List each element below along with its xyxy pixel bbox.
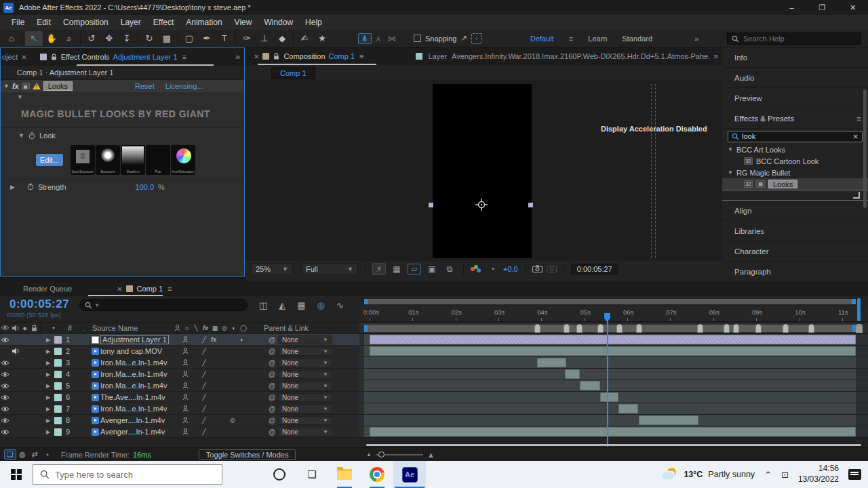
look-thumb-spot-exposure[interactable]: Spot Exposure: [71, 145, 95, 175]
comp-marker-bin-icon[interactable]: [856, 324, 863, 333]
zoom-tool[interactable]: ⌕: [60, 31, 78, 46]
label-color[interactable]: [54, 417, 62, 424]
label-color[interactable]: [54, 428, 62, 436]
draft-3d-icon[interactable]: ◭: [279, 300, 285, 310]
reset-link[interactable]: Reset: [135, 82, 155, 90]
quality-icon[interactable]: ╱: [199, 380, 209, 391]
expand-arrow-icon[interactable]: ▶: [44, 415, 52, 426]
comp-marker[interactable]: [808, 324, 814, 333]
quality-icon[interactable]: ╱: [199, 334, 209, 345]
notification-center-icon[interactable]: [848, 469, 861, 480]
snap-features-icon[interactable]: ⁘: [471, 33, 482, 44]
layer-bar[interactable]: [565, 369, 580, 379]
breadcrumb-comp[interactable]: Comp 1: [271, 67, 315, 79]
parent-pickwhip-icon[interactable]: @: [266, 392, 278, 403]
quality-icon[interactable]: ╱: [199, 369, 209, 380]
menu-file[interactable]: File: [5, 18, 31, 27]
comp-marker[interactable]: [564, 324, 570, 333]
minimize-button[interactable]: –: [776, 0, 807, 15]
comp-marker[interactable]: [697, 324, 703, 333]
close-tab-icon[interactable]: ✕: [254, 53, 259, 60]
layer-bar[interactable]: [370, 335, 856, 344]
workspace-standard[interactable]: Standard: [622, 35, 652, 43]
parent-pickwhip-icon[interactable]: @: [266, 369, 278, 380]
region-of-interest-icon[interactable]: ▱: [408, 264, 421, 274]
tab-timeline-comp[interactable]: Comp 1: [137, 285, 163, 293]
layer-handle-left[interactable]: [429, 203, 433, 207]
layer-name[interactable]: Iron.Ma...e.In-1.m4v: [100, 357, 180, 368]
parent-pickwhip-icon[interactable]: @: [266, 357, 278, 368]
puppet-pin-tool[interactable]: ★: [313, 31, 331, 46]
parent-dropdown[interactable]: None▼: [278, 393, 332, 402]
expand-arrow-icon[interactable]: ▶: [44, 403, 52, 414]
task-view-button[interactable]: ❏: [296, 461, 328, 488]
eye-icon[interactable]: [1, 360, 9, 366]
label-color[interactable]: [54, 348, 62, 355]
expand-arrow-icon[interactable]: ▶: [44, 334, 52, 345]
start-button[interactable]: [0, 469, 33, 480]
shy-icon[interactable]: [182, 417, 189, 424]
menu-effect[interactable]: Effect: [147, 18, 180, 27]
rotation-tool[interactable]: ↻: [140, 31, 158, 46]
parent-dropdown[interactable]: None▼: [278, 347, 332, 356]
layer-bar[interactable]: [600, 392, 619, 402]
eye-icon[interactable]: [1, 406, 9, 412]
label-color[interactable]: [54, 336, 62, 344]
eye-icon[interactable]: [1, 418, 9, 424]
panel-preview[interactable]: Preview: [722, 88, 868, 108]
menu-animation[interactable]: Animation: [180, 18, 228, 27]
motion-blur-toggle-icon[interactable]: ◎: [228, 415, 237, 426]
chrome-button[interactable]: [361, 461, 393, 488]
tree-group-bcc-art-looks[interactable]: ▼BCC Art Looks: [722, 144, 868, 155]
resolution-dropdown[interactable]: Full▼: [301, 263, 358, 275]
tray-expand-icon[interactable]: ⌃: [764, 470, 772, 480]
expand-arrow-icon[interactable]: ▶: [44, 346, 52, 357]
parent-dropdown[interactable]: None▼: [278, 416, 332, 425]
fx-toggle-icon[interactable]: fx: [209, 334, 218, 345]
label-color[interactable]: [54, 405, 62, 413]
look-thumb-pop[interactable]: Pop: [146, 145, 170, 175]
composition-flowchart-icon[interactable]: ◫: [259, 300, 267, 310]
selection-tool[interactable]: ↖: [25, 31, 43, 46]
parent-pickwhip-icon[interactable]: @: [266, 334, 278, 345]
brush-tool[interactable]: ✑: [238, 31, 256, 46]
magnification-dropdown[interactable]: 25%▼: [251, 263, 293, 275]
mask-visibility-icon[interactable]: ▣: [425, 264, 439, 274]
timeline-navigator[interactable]: [364, 299, 856, 304]
comp-marker[interactable]: [576, 324, 583, 333]
clear-search-icon[interactable]: ✕: [853, 133, 859, 140]
collapse-look-icon[interactable]: ▼: [18, 132, 24, 139]
table-row[interactable]: ▶ 1 Adjustment Layer 1 ╱ fx ◐ @ None▼: [0, 334, 868, 346]
zoom-slider-knob[interactable]: [378, 451, 384, 458]
timeline-search-input[interactable]: [102, 300, 242, 310]
panel-resize-grip[interactable]: [722, 190, 868, 201]
tab-composition[interactable]: Composition: [283, 52, 325, 60]
sidebar-scrollbar[interactable]: [863, 89, 867, 208]
tree-group-rg-magic-bullet[interactable]: ▼RG Magic Bullet: [722, 167, 868, 178]
collapse-group-icon[interactable]: ▼: [17, 94, 23, 100]
lock-icon[interactable]: [273, 53, 279, 60]
panel-paragraph[interactable]: Paragraph: [722, 262, 868, 281]
composition-frame[interactable]: [433, 84, 532, 258]
type-tool[interactable]: T: [216, 31, 233, 46]
close-tab-icon[interactable]: ✕: [21, 54, 26, 61]
layer-name[interactable]: tony and cap.MOV: [100, 346, 180, 357]
motion-blur-icon[interactable]: ◎: [317, 300, 325, 310]
table-row[interactable]: ▶ 3 Iron.Ma...e.In-1.m4v ╱ @ None▼: [0, 357, 868, 369]
view-axis-mode-button[interactable]: ⋈: [385, 34, 399, 43]
menu-composition[interactable]: Composition: [57, 18, 115, 27]
quality-icon[interactable]: ╱: [199, 392, 209, 403]
menu-view[interactable]: View: [229, 18, 258, 27]
label-color[interactable]: [54, 382, 62, 390]
tab-effect-controls[interactable]: Effect Controls: [61, 53, 110, 61]
toggle-switches-modes-button[interactable]: Toggle Switches / Modes: [199, 449, 296, 460]
playhead-line[interactable]: [607, 319, 608, 447]
parent-dropdown[interactable]: None▼: [278, 336, 332, 344]
parent-dropdown[interactable]: None▼: [278, 405, 332, 413]
adjustment-toggle-icon[interactable]: ◐: [237, 334, 247, 345]
preview-timecode[interactable]: 0:00:05:27: [571, 264, 618, 274]
stopwatch-icon[interactable]: [28, 132, 35, 140]
comp-marker[interactable]: [733, 324, 739, 333]
panel-align[interactable]: Align: [722, 201, 868, 221]
parent-dropdown[interactable]: None▼: [278, 370, 332, 379]
